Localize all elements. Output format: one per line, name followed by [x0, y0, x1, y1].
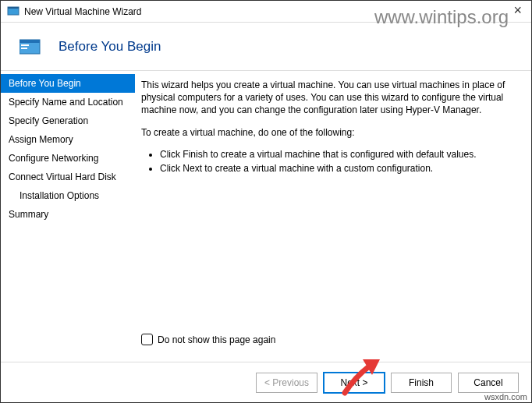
- app-icon: [7, 5, 20, 18]
- next-button[interactable]: Next >: [324, 373, 385, 393]
- page-title: Before You Begin: [59, 39, 161, 55]
- option-finish: Click Finish to create a virtual machine…: [160, 148, 517, 161]
- wizard-icon: [20, 38, 41, 55]
- finish-button[interactable]: Finish: [391, 373, 452, 393]
- previous-button: < Previous: [256, 373, 317, 393]
- sidebar-item-specify-name[interactable]: Specify Name and Location: [1, 93, 135, 111]
- sidebar-item-installation-options[interactable]: Installation Options: [1, 186, 135, 205]
- wizard-header: Before You Begin: [1, 23, 531, 71]
- wizard-window: New Virtual Machine Wizard × Before You …: [0, 0, 532, 403]
- sidebar-item-connect-vhd[interactable]: Connect Virtual Hard Disk: [1, 168, 135, 186]
- wizard-body: Before You Begin Specify Name and Locati…: [1, 71, 531, 362]
- svg-rect-3: [20, 40, 40, 43]
- sidebar-item-summary[interactable]: Summary: [1, 205, 135, 224]
- intro-text-1: This wizard helps you create a virtual m…: [141, 79, 517, 117]
- svg-rect-1: [8, 7, 19, 9]
- do-not-show-row: Do not show this page again: [141, 334, 517, 346]
- sidebar-item-assign-memory[interactable]: Assign Memory: [1, 130, 135, 149]
- sidebar-item-configure-networking[interactable]: Configure Networking: [1, 149, 135, 168]
- sidebar-item-before-you-begin[interactable]: Before You Begin: [1, 74, 135, 93]
- cancel-button[interactable]: Cancel: [458, 373, 519, 393]
- intro-text-2: To create a virtual machine, do one of t…: [141, 126, 517, 139]
- wizard-footer: < Previous Next > Finish Cancel: [1, 362, 531, 402]
- close-button[interactable]: ×: [509, 2, 527, 18]
- window-title: New Virtual Machine Wizard: [24, 6, 142, 17]
- options-list: Click Finish to create a virtual machine…: [141, 148, 517, 176]
- sidebar-item-specify-generation[interactable]: Specify Generation: [1, 111, 135, 130]
- svg-rect-5: [21, 48, 27, 49]
- do-not-show-label[interactable]: Do not show this page again: [158, 334, 275, 346]
- wizard-content: This wizard helps you create a virtual m…: [135, 71, 531, 362]
- svg-rect-4: [21, 44, 29, 46]
- do-not-show-checkbox[interactable]: [141, 334, 153, 345]
- option-next: Click Next to create a virtual machine w…: [160, 162, 517, 175]
- titlebar: New Virtual Machine Wizard ×: [1, 1, 531, 23]
- wizard-sidebar: Before You Begin Specify Name and Locati…: [1, 71, 135, 362]
